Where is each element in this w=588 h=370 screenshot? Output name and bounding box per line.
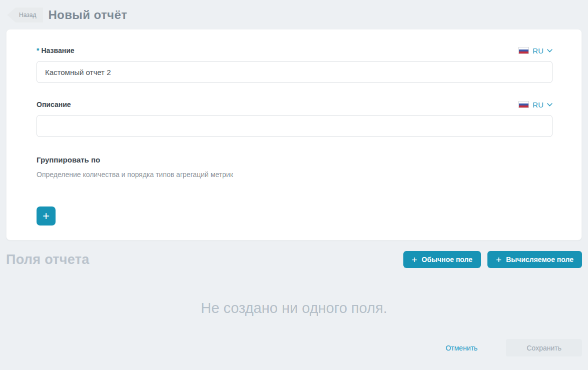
plus-icon: + [496, 255, 501, 264]
group-by-hint: Определение количества и порядка типов а… [37, 170, 552, 178]
russia-flag-icon [518, 101, 529, 108]
calculated-field-button-label: Вычисляемое поле [506, 256, 573, 264]
name-label-text: Название [41, 46, 74, 54]
description-language-selector[interactable]: RU [518, 100, 552, 109]
plus-icon: + [43, 209, 50, 222]
page-header: Назад Новый отчёт [0, 0, 588, 29]
report-form-card: *Название RU Описание RU Группировать по… [6, 29, 582, 240]
group-by-label: Группировать по [37, 156, 552, 164]
language-code: RU [532, 100, 543, 109]
required-asterisk: * [37, 46, 39, 54]
report-fields-header: Поля отчета + Обычное поле + Вычисляемое… [6, 251, 582, 268]
chevron-down-icon [547, 103, 552, 106]
language-code: RU [532, 46, 543, 55]
back-button[interactable]: Назад [7, 8, 43, 22]
name-field-label: *Название [37, 46, 75, 54]
plus-icon: + [412, 255, 417, 264]
description-field-label: Описание [37, 100, 71, 108]
save-button[interactable]: Сохранить [506, 339, 582, 356]
add-calculated-field-button[interactable]: + Вычисляемое поле [487, 251, 582, 268]
field-buttons-group: + Обычное поле + Вычисляемое поле [403, 251, 582, 268]
name-field-header: *Название RU [37, 46, 552, 56]
chevron-down-icon [547, 49, 552, 52]
description-input[interactable] [37, 115, 552, 137]
cancel-button[interactable]: Отменить [445, 344, 477, 352]
name-language-selector[interactable]: RU [518, 46, 552, 55]
russia-flag-icon [518, 47, 529, 54]
form-footer: Отменить Сохранить [445, 339, 582, 356]
empty-fields-message: Не создано ни одного поля. [0, 300, 588, 316]
page-title: Новый отчёт [48, 8, 127, 22]
name-input[interactable] [37, 61, 552, 83]
add-group-by-button[interactable]: + [37, 206, 56, 226]
description-field-header: Описание RU [37, 100, 552, 110]
regular-field-button-label: Обычное поле [422, 256, 472, 264]
add-regular-field-button[interactable]: + Обычное поле [403, 251, 481, 268]
report-fields-title: Поля отчета [6, 252, 90, 268]
